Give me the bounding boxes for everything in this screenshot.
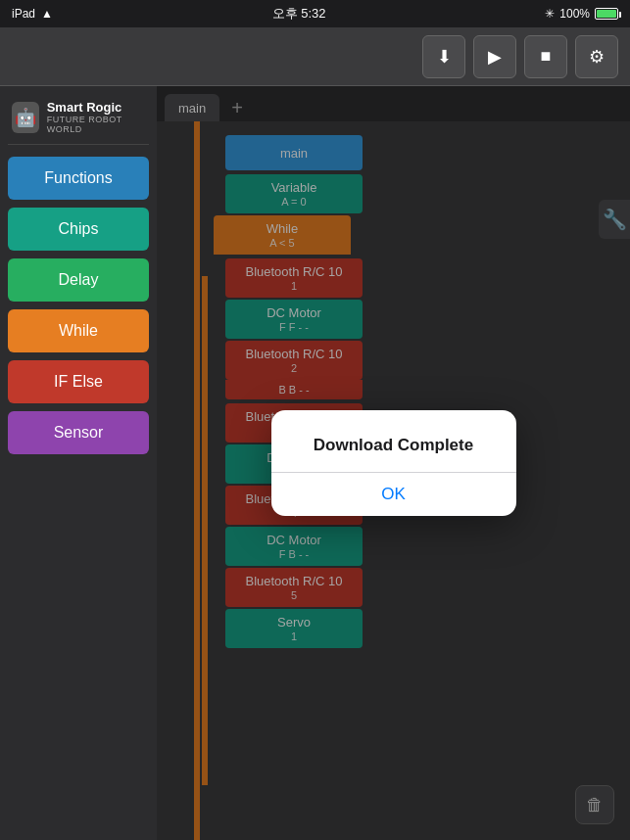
sidebar-btn-functions[interactable]: Functions (8, 157, 149, 200)
dialog-actions: OK (271, 472, 516, 516)
app-title: Smart Rogic FUTURE ROBOT WORLD (47, 100, 145, 134)
status-bar: iPad ▲ 오후 5:32 ✳ 100% (0, 0, 630, 27)
settings-button[interactable]: ⚙ (575, 35, 618, 78)
main-layout: 🤖 Smart Rogic FUTURE ROBOT WORLD Functio… (0, 86, 630, 840)
download-icon: ⬇ (437, 46, 452, 68)
sidebar-btn-while[interactable]: While (8, 309, 149, 352)
dialog: Download Complete OK (271, 410, 516, 517)
download-button[interactable]: ⬇ (422, 35, 465, 78)
sidebar-btn-ifelse[interactable]: IF Else (8, 360, 149, 403)
play-button[interactable]: ▶ (473, 35, 516, 78)
time-label: 오후 5:32 (272, 6, 326, 21)
stop-icon: ■ (541, 46, 552, 67)
sidebar-btn-delay[interactable]: Delay (8, 258, 149, 302)
content-area: main + main Variable A = 0 (157, 86, 630, 840)
bluetooth-icon: ✳ (545, 7, 555, 21)
toolbar: ⬇ ▶ ■ ⚙ (0, 27, 630, 86)
dialog-ok-button[interactable]: OK (271, 473, 516, 516)
sidebar-btn-sensor[interactable]: Sensor (8, 411, 149, 454)
app-logo-icon: 🤖 (12, 102, 39, 133)
sidebar-btn-chips[interactable]: Chips (8, 208, 149, 251)
sidebar: 🤖 Smart Rogic FUTURE ROBOT WORLD Functio… (0, 86, 157, 840)
wifi-icon: ▲ (41, 7, 53, 21)
battery-indicator (595, 8, 618, 20)
dialog-title: Download Complete (287, 434, 501, 457)
battery-percent: 100% (559, 7, 590, 21)
dialog-body: Download Complete (271, 410, 516, 473)
stop-button[interactable]: ■ (524, 35, 567, 78)
device-label: iPad (12, 7, 35, 21)
dialog-overlay: Download Complete OK (157, 86, 630, 840)
gear-icon: ⚙ (589, 46, 605, 68)
app-logo: 🤖 Smart Rogic FUTURE ROBOT WORLD (8, 96, 149, 145)
play-icon: ▶ (488, 46, 502, 68)
